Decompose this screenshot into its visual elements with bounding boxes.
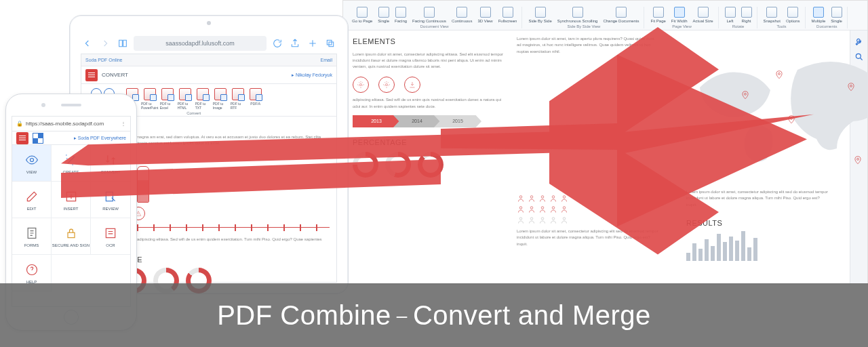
person-icon [560,204,568,212]
insert-icon [64,189,79,204]
ribbon-button[interactable]: Side By Side [526,7,553,23]
ribbon-button[interactable]: Facing [393,7,409,23]
ribbon-button[interactable]: Facing Continuous [410,7,448,23]
gear-icon [353,77,369,93]
module-tile-label: CREATE [63,170,79,174]
person-icon [528,193,536,201]
device-camera [207,21,211,25]
bar [735,241,739,261]
bar [717,234,721,261]
module-tile-label: VIEW [26,170,37,174]
svg-rect-30 [327,40,332,45]
convert-target[interactable]: PDF to Image [213,88,228,110]
module-tile-label: EDIT [27,207,37,211]
lock-icon [64,226,79,241]
address-bar[interactable]: 🔒 https://saas-mobile.sodapdf.com ⋮ [12,117,130,131]
ribbon-button[interactable]: Options [784,7,802,23]
map-pin-icon [853,155,863,167]
eye-icon [24,152,39,167]
svg-point-20 [519,207,522,209]
svg-point-19 [563,196,566,199]
ribbon-button[interactable]: Single [376,7,391,23]
ribbon-group-label: Side By Side View [567,24,600,28]
add-icon[interactable] [306,37,319,50]
year-arrow-bar: 2013 2014 2015 [353,115,505,127]
ribbon-button[interactable]: Go to Page [350,7,374,23]
year-segment: 2013 [353,115,400,127]
svg-point-6 [745,93,747,95]
download-icon [404,77,420,93]
bar [705,239,709,261]
ribbon-button-label: Change Documents [603,19,639,23]
back-icon[interactable] [81,37,94,50]
module-tile-insert[interactable]: INSERT [52,182,91,218]
ribbon-button[interactable]: Multiple [810,7,828,23]
book-icon[interactable] [116,37,130,50]
ribbon-button[interactable]: Snapshot [762,7,783,23]
bar [753,238,757,261]
grid-view-icon[interactable] [33,133,43,144]
module-tile-secure-and-sign[interactable]: SECURE AND SIGN [52,218,91,255]
module-tile-review[interactable]: REVIEW [91,182,130,218]
menu-icon[interactable] [16,132,28,144]
tabs-icon[interactable] [323,37,337,50]
donut-row [353,152,505,178]
ribbon-group-label: Tools [777,24,787,28]
module-tile-view[interactable]: VIEW [12,145,52,182]
device-camera [41,103,45,107]
user-name[interactable]: ▸ Nikolay Fedoryuk [292,73,332,78]
browser-top-bar: saassodapdf.lulusoft.com [81,35,337,52]
convert-target[interactable]: PDF/A [248,88,263,110]
more-icon[interactable]: ⋮ [121,121,126,127]
ribbon-button[interactable]: Fit Width [669,7,690,23]
module-tile-label: SECURE AND SIGN [52,243,90,247]
ribbon-button-label: Actual Size [693,19,713,23]
forms-icon [24,226,39,241]
ribbon-button[interactable]: Change Documents [601,7,641,23]
phone-viewport: 🔒 https://saas-mobile.sodapdf.com ⋮ ▸ So… [12,116,131,307]
svg-point-22 [541,207,544,209]
address-bar[interactable]: saassodapdf.lulusoft.com [134,36,267,51]
wrench-icon[interactable] [854,37,864,47]
svg-point-24 [563,207,566,209]
ribbon-button-label: Facing [395,19,407,23]
ribbon-button[interactable]: 3D View [475,7,494,23]
ribbon-button[interactable]: Right [739,7,754,23]
ribbon-button[interactable]: Fit Page [648,7,667,23]
module-grid: VIEWCREATECONVERTEDITINSERTREVIEWFORMSSE… [12,145,130,291]
ribbon-button[interactable]: Actual Size [691,7,715,23]
bar [711,246,715,261]
module-tile-create[interactable]: CREATE [52,145,91,182]
banner-text[interactable]: ▸ Soda PDF Everywhere [74,136,126,141]
module-tile-edit[interactable]: EDIT [12,182,52,218]
ribbon-button-label: Fit Page [650,19,665,23]
module-tile-forms[interactable]: FORMS [12,218,52,255]
share-icon[interactable] [288,37,302,50]
gear-icon [378,77,395,93]
reload-icon[interactable] [271,37,284,50]
ribbon-button[interactable]: Continuous [450,7,474,23]
ribbon-button[interactable]: Left [723,7,738,23]
wand-icon [64,152,79,167]
convert-target[interactable]: PDF to TXT [195,88,210,110]
tab-title[interactable]: Soda PDF Online [85,58,122,62]
ribbon-toolbar: Go to PageSingleFacingFacing ContinuousC… [343,1,867,30]
ribbon-button[interactable]: Fullscreen [496,7,519,23]
convert-target[interactable]: PDF to RTF [231,88,245,110]
menu-icon[interactable] [85,69,98,81]
forward-icon[interactable] [98,37,112,50]
device-speaker [61,104,81,106]
review-icon [103,189,118,204]
convert-target[interactable]: PDF to HTML [178,88,193,110]
module-tile-convert[interactable]: CONVERT [91,145,130,182]
convert-target[interactable]: PDF to Excel [160,88,175,110]
svg-point-23 [552,207,555,209]
svg-rect-37 [106,228,115,237]
convert-target[interactable]: PDF to PowerPoint [142,88,157,110]
module-tile-ocr[interactable]: OCR [91,218,130,255]
ribbon-button[interactable]: Single [829,7,844,23]
ribbon-button-label: Facing Continuous [412,19,446,23]
svg-point-15 [519,196,522,199]
tab-label[interactable]: Email [320,58,332,62]
ribbon-button[interactable]: Synchronous Scrolling [555,7,600,23]
